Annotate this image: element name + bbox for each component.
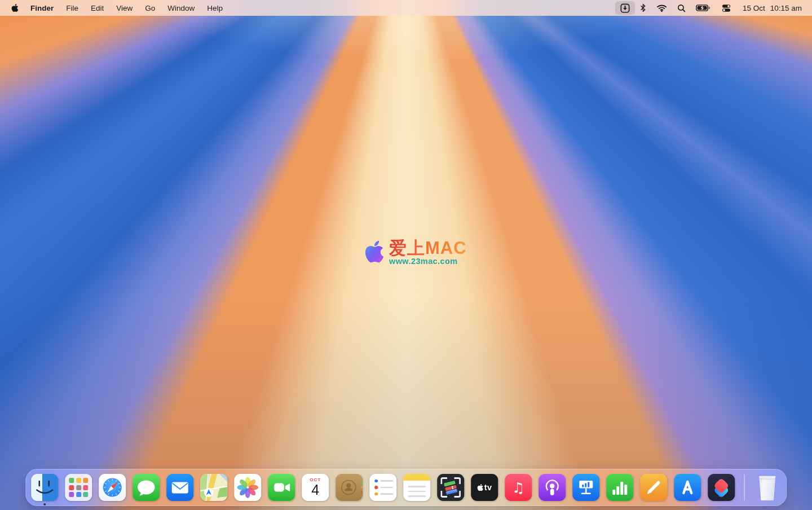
menu-item-window[interactable]: Window <box>161 4 201 12</box>
dock-item-reminders[interactable] <box>369 474 396 501</box>
dock-item-contacts[interactable] <box>336 474 363 501</box>
apple-menu[interactable] <box>8 3 24 12</box>
dock-item-finder[interactable] <box>31 474 58 501</box>
dock-item-apple-tv[interactable]: tv <box>471 474 498 501</box>
dock-item-keynote[interactable] <box>572 474 599 501</box>
keynote-icon <box>572 474 599 501</box>
maps-icon <box>200 474 227 501</box>
menu-item-go[interactable]: Go <box>139 4 161 12</box>
watermark-title: 爱上MAC <box>389 239 467 257</box>
box-arrow-down-menu-extra[interactable] <box>615 1 635 15</box>
dock-item-facetime[interactable] <box>268 474 295 501</box>
menu-item-edit[interactable]: Edit <box>85 4 110 12</box>
dock-item-book-scanner[interactable] <box>437 474 464 501</box>
dock-item-maps[interactable] <box>200 474 227 501</box>
apple-logo-gradient-icon <box>364 239 385 264</box>
bluetooth-menu-extra[interactable] <box>635 1 651 15</box>
menu-item-finder[interactable]: Finder <box>24 4 60 12</box>
facetime-icon <box>268 474 295 501</box>
app-store-icon <box>674 474 701 501</box>
desktop: 爱上MAC www.23mac.com Finder File Edit Vie… <box>0 0 812 510</box>
dock-item-trash[interactable] <box>754 474 781 501</box>
music-icon: ♫ <box>505 474 532 501</box>
numbers-icon <box>606 474 633 501</box>
menu-item-help[interactable]: Help <box>201 4 229 12</box>
shortcuts-icon <box>708 474 735 501</box>
dock-item-notes[interactable] <box>403 474 430 501</box>
wifi-icon <box>656 4 667 12</box>
mail-icon <box>166 474 193 501</box>
dock-item-podcasts[interactable] <box>539 474 566 501</box>
notes-icon <box>403 474 430 501</box>
apple-tv-icon: tv <box>471 474 498 501</box>
menu-bar-clock[interactable]: 15 Oct 10:15 am <box>737 4 804 12</box>
music-note-glyph: ♫ <box>512 481 524 495</box>
dock: OCT 4 <box>25 469 787 506</box>
dock-item-app-store[interactable] <box>674 474 701 501</box>
dock-item-numbers[interactable] <box>606 474 633 501</box>
dock-item-messages[interactable] <box>133 474 160 501</box>
menu-item-file[interactable]: File <box>60 4 85 12</box>
watermark-url: www.23mac.com <box>389 257 467 266</box>
menu-bar: Finder File Edit View Go Window Help <box>0 0 812 16</box>
podcasts-icon <box>539 474 566 501</box>
trash-icon <box>754 474 781 501</box>
apple-icon <box>11 3 19 12</box>
bluetooth-icon <box>640 3 646 12</box>
reminders-icon <box>369 474 396 501</box>
menu-bar-left: Finder File Edit View Go Window Help <box>8 3 229 12</box>
photos-icon <box>234 474 261 501</box>
finder-icon <box>31 474 58 501</box>
book-scanner-icon <box>437 474 464 501</box>
running-indicator <box>43 503 46 505</box>
dock-item-music[interactable]: ♫ <box>505 474 532 501</box>
apple-glyph-icon <box>477 483 483 491</box>
dock-item-safari[interactable] <box>99 474 126 501</box>
dock-item-launchpad[interactable] <box>65 474 92 501</box>
box-arrow-down-icon <box>620 3 630 13</box>
dock-item-mail[interactable] <box>166 474 193 501</box>
wifi-menu-extra[interactable] <box>651 1 672 15</box>
watermark: 爱上MAC www.23mac.com <box>364 239 467 266</box>
calendar-icon: OCT 4 <box>302 474 329 501</box>
menu-item-view[interactable]: View <box>110 4 139 12</box>
menu-bar-status: 15 Oct 10:15 am <box>615 1 804 15</box>
spotlight-menu-extra[interactable] <box>672 1 691 15</box>
battery-menu-extra[interactable] <box>691 1 716 15</box>
dock-divider <box>744 474 745 500</box>
calendar-day-label: 4 <box>311 483 319 497</box>
control-center-icon <box>721 4 732 12</box>
tv-label: tv <box>484 483 492 492</box>
search-icon <box>677 4 686 12</box>
dock-item-pages[interactable] <box>640 474 667 501</box>
pages-icon <box>640 474 667 501</box>
dock-item-calendar[interactable]: OCT 4 <box>302 474 329 501</box>
dock-item-photos[interactable] <box>234 474 261 501</box>
dock-item-shortcuts[interactable] <box>708 474 735 501</box>
control-center-menu-extra[interactable] <box>716 1 737 15</box>
launchpad-icon <box>65 474 92 501</box>
messages-icon <box>133 474 160 501</box>
battery-charging-icon <box>696 4 710 12</box>
time-label: 10:15 am <box>770 4 802 12</box>
safari-icon <box>99 474 126 501</box>
date-label: 15 Oct <box>743 4 765 12</box>
contacts-icon <box>336 474 363 501</box>
